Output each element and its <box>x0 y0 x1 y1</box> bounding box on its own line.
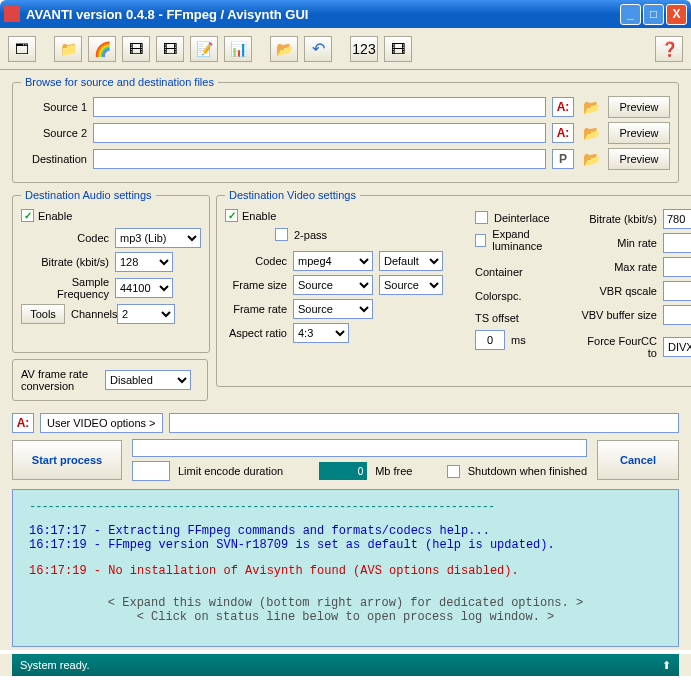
log-line-5: < Click on status line below to open pro… <box>29 610 662 624</box>
userv-input[interactable] <box>169 413 679 433</box>
fourcc-label: Force FourCC to <box>579 335 657 359</box>
destination-preview-button[interactable]: Preview <box>608 148 670 170</box>
source1-input[interactable] <box>93 97 546 117</box>
deinterlace-label: Deinterlace <box>494 212 550 224</box>
app-icon <box>4 6 20 22</box>
expand-arrow-icon[interactable]: ⬆ <box>662 659 671 672</box>
source1-browse-icon[interactable]: 📂 <box>580 97 602 117</box>
toolbar-btn-9[interactable]: ↶ <box>304 36 332 62</box>
window-title: AVANTI version 0.4.8 - FFmpeg / Avisynth… <box>26 7 620 22</box>
twopass-checkbox[interactable]: ✓ <box>275 228 288 241</box>
source2-preview-button[interactable]: Preview <box>608 122 670 144</box>
video-bitrate-input[interactable] <box>663 209 691 229</box>
qscale-input[interactable] <box>663 281 691 301</box>
framesize-label: Frame size <box>225 279 287 291</box>
vbv-input[interactable] <box>663 305 691 325</box>
toolbar-btn-10[interactable]: 123 <box>350 36 378 62</box>
toolbar-btn-5[interactable]: 🎞 <box>156 36 184 62</box>
framerate-select[interactable]: Source <box>293 299 373 319</box>
framesize-select[interactable]: Source <box>293 275 373 295</box>
fourcc-select[interactable]: DIVX <box>663 337 691 357</box>
destination-label: Destination <box>21 153 87 165</box>
progress-bar <box>132 439 587 457</box>
shutdown-checkbox[interactable]: ✓ <box>447 465 460 478</box>
audio-bitrate-label: Bitrate (kbit/s) <box>21 256 109 268</box>
vbv-label: VBV buffer size <box>579 309 657 321</box>
log-dashes: ----------------------------------------… <box>29 500 662 514</box>
audio-freq-label: Sample Frequency <box>21 276 109 300</box>
avrate-label: AV frame rate conversion <box>21 368 99 392</box>
cancel-button[interactable]: Cancel <box>597 440 679 480</box>
help-button[interactable]: ❓ <box>655 36 683 62</box>
audio-channels-label: Channels <box>71 308 111 320</box>
minrate-label: Min rate <box>579 237 657 249</box>
toolbar-btn-11[interactable]: 🎞 <box>384 36 412 62</box>
files-fieldset: Browse for source and destination files … <box>12 76 679 183</box>
shutdown-label: Shutdown when finished <box>468 465 587 477</box>
toolbar-btn-6[interactable]: 📝 <box>190 36 218 62</box>
aspect-select[interactable]: 4:3 <box>293 323 349 343</box>
source1-label: Source 1 <box>21 101 87 113</box>
source2-input[interactable] <box>93 123 546 143</box>
userv-a-button[interactable]: A: <box>12 413 34 433</box>
maximize-button[interactable]: □ <box>643 4 664 25</box>
audio-bitrate-select[interactable]: 128 <box>115 252 173 272</box>
qscale-label: VBR qscale <box>579 285 657 297</box>
limit-duration-label: Limit encode duration <box>178 465 283 477</box>
audio-tools-button[interactable]: Tools <box>21 304 65 324</box>
ms-label: ms <box>511 334 526 346</box>
audio-enable-label: Enable <box>38 210 72 222</box>
destination-p-button[interactable]: P <box>552 149 574 169</box>
log-line-1: 16:17:17 - Extracting FFmpeg commands an… <box>29 524 662 538</box>
status-text[interactable]: System ready. <box>20 659 90 671</box>
colorspc-select[interactable]: Source <box>379 275 443 295</box>
expand-lum-checkbox[interactable]: ✓ <box>475 234 486 247</box>
audio-fieldset: Destination Audio settings ✓ Enable Code… <box>12 189 210 353</box>
tsoffset-label: TS offset <box>475 312 519 324</box>
tsoffset-input[interactable] <box>475 330 505 350</box>
log-line-2: 16:17:19 - FFmpeg version SVN-r18709 is … <box>29 538 662 552</box>
toolbar-btn-4[interactable]: 🎞 <box>122 36 150 62</box>
userv-label: User VIDEO options > <box>40 413 163 433</box>
audio-freq-select[interactable]: 44100 <box>115 278 173 298</box>
source2-label: Source 2 <box>21 127 87 139</box>
destination-input[interactable] <box>93 149 546 169</box>
audio-enable-checkbox[interactable]: ✓ <box>21 209 34 222</box>
log-panel: ----------------------------------------… <box>12 489 679 647</box>
close-button[interactable]: X <box>666 4 687 25</box>
expand-lum-label: Expand luminance <box>492 228 569 252</box>
start-process-button[interactable]: Start process <box>12 440 122 480</box>
video-legend: Destination Video settings <box>225 189 360 201</box>
avrate-select[interactable]: Disabled <box>105 370 191 390</box>
maxrate-input[interactable] <box>663 257 691 277</box>
deinterlace-checkbox[interactable]: ✓ <box>475 211 488 224</box>
destination-browse-icon[interactable]: 📂 <box>580 149 602 169</box>
source2-browse-icon[interactable]: 📂 <box>580 123 602 143</box>
aspect-label: Aspect ratio <box>225 327 287 339</box>
video-codec-select[interactable]: mpeg4 <box>293 251 373 271</box>
toolbar-btn-2[interactable]: 📁 <box>54 36 82 62</box>
source1-preview-button[interactable]: Preview <box>608 96 670 118</box>
audio-codec-label: Codec <box>21 232 109 244</box>
audio-codec-select[interactable]: mp3 (Lib) <box>115 228 201 248</box>
toolbar-btn-1[interactable]: 🗔 <box>8 36 36 62</box>
colorspc-label: Colorspc. <box>475 290 521 302</box>
log-line-4: < Expand this window (bottom right arrow… <box>29 596 662 610</box>
files-legend: Browse for source and destination files <box>21 76 218 88</box>
source1-a-button[interactable]: A: <box>552 97 574 117</box>
minrate-input[interactable] <box>663 233 691 253</box>
twopass-label: 2-pass <box>294 229 327 241</box>
source2-a-button[interactable]: A: <box>552 123 574 143</box>
video-bitrate-label: Bitrate (kbit/s) <box>579 213 657 225</box>
container-select[interactable]: Default <box>379 251 443 271</box>
toolbar-btn-3[interactable]: 🌈 <box>88 36 116 62</box>
log-line-3: 16:17:19 - No installation of Avisynth f… <box>29 564 662 578</box>
toolbar-btn-8[interactable]: 📂 <box>270 36 298 62</box>
mbfree-value: 0 <box>319 462 367 480</box>
video-enable-checkbox[interactable]: ✓ <box>225 209 238 222</box>
video-fieldset: Destination Video settings ✓ Enable ✓ 2-… <box>216 189 691 387</box>
audio-channels-select[interactable]: 2 <box>117 304 175 324</box>
limit-duration-input[interactable] <box>132 461 170 481</box>
minimize-button[interactable]: _ <box>620 4 641 25</box>
toolbar-btn-7[interactable]: 📊 <box>224 36 252 62</box>
